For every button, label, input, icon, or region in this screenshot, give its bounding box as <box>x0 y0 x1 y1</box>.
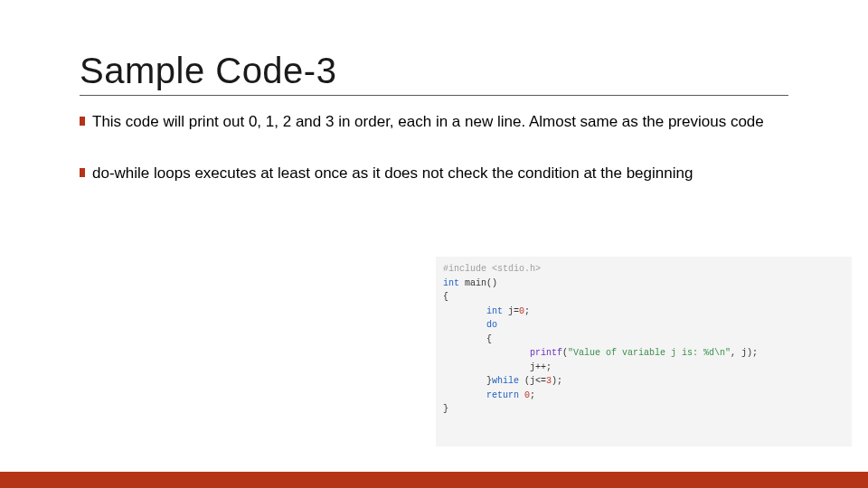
code-printf: printf <box>443 348 562 358</box>
code-brace-close: } <box>443 404 448 414</box>
code-incr: j++; <box>443 362 552 372</box>
code-block: #include <stdio.h> int main() { int j=0;… <box>436 257 852 446</box>
code-kw-while: while <box>492 376 519 386</box>
bullet-2: do-while loops executes at least once as… <box>85 164 792 184</box>
code-printf-args: , j); <box>731 348 758 358</box>
slide-title: Sample Code-3 <box>80 51 868 91</box>
code-kw-return: return <box>443 390 524 400</box>
slide-body: This code will print out 0, 1, 2 and 3 i… <box>0 96 868 184</box>
code-brace-close-2: } <box>443 376 492 386</box>
code-include: #include <box>443 264 492 274</box>
code-kw-do: do <box>443 320 497 330</box>
code-main: main() <box>459 278 497 288</box>
slide-footer-bar <box>0 472 868 488</box>
code-cond: (j<= <box>519 376 546 386</box>
code-cond-end: ); <box>552 376 562 386</box>
code-string: "Value of variable j is: %d\n" <box>568 348 731 358</box>
bullet-1: This code will print out 0, 1, 2 and 3 i… <box>85 112 792 133</box>
code-brace-open: { <box>443 292 448 302</box>
code-semi-1: ; <box>524 306 530 316</box>
code-brace-open-2: { <box>443 334 492 344</box>
code-kw-int: int <box>443 278 459 288</box>
code-decl-var: j= <box>503 306 519 316</box>
code-semi-2: ; <box>530 390 535 400</box>
code-include-header: <stdio.h> <box>492 264 541 274</box>
code-decl-int: int <box>443 306 503 316</box>
